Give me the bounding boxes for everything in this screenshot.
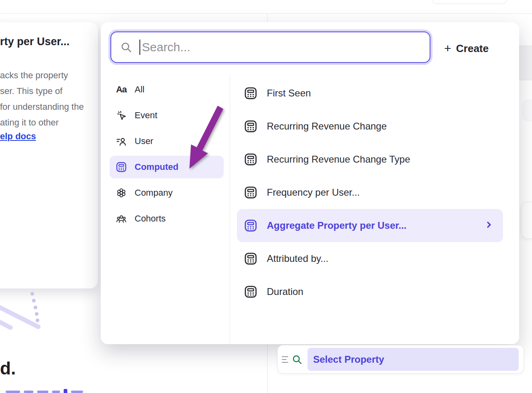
tooltip-body: acks the property ser. This type of for … — [0, 67, 84, 130]
tooltip-body-line: acks the property — [0, 67, 84, 83]
text-aa-icon: Aa — [115, 84, 127, 96]
category-label: All — [135, 84, 144, 95]
tooltip-body-line: ating it to other — [0, 115, 84, 130]
property-label: Attributed by... — [267, 253, 328, 264]
property-label: First Seen — [267, 88, 311, 99]
calculator-icon — [243, 86, 258, 100]
select-property-label: Select Property — [313, 354, 384, 365]
tooltip-title: rty per User... — [0, 36, 70, 48]
clipped-purple-text-fragment — [6, 389, 83, 393]
property-tooltip-card: rty per User... acks the property ser. T… — [0, 22, 98, 288]
category-label: Event — [135, 110, 157, 121]
property-label: Duration — [267, 286, 303, 297]
property-item-attributed-by[interactable]: Attributed by... — [237, 242, 503, 275]
category-label: Computed — [135, 162, 179, 172]
category-label: Cohorts — [135, 213, 166, 224]
property-search-icon — [291, 354, 303, 365]
tooltip-body-line: ser. This type of — [0, 83, 84, 99]
background-vertical-divider-top — [267, 14, 268, 23]
search-field[interactable] — [110, 31, 430, 63]
calculator-icon — [115, 161, 127, 173]
page-header-divider — [0, 13, 532, 14]
property-item-duration[interactable]: Duration — [237, 275, 503, 308]
plus-icon: + — [444, 42, 451, 54]
property-item-frequency-per-user[interactable]: Frequency per User... — [237, 176, 503, 209]
tooltip-body-line: for understanding the — [0, 99, 84, 115]
screen: rty per User... acks the property ser. T… — [0, 0, 532, 393]
category-tab-cohorts[interactable]: Cohorts — [110, 207, 224, 230]
property-label: Recurring Revenue Change — [267, 121, 387, 132]
select-property-button[interactable]: Select Property — [308, 348, 519, 371]
background-card-edge — [523, 100, 532, 121]
category-tab-all[interactable]: Aa All — [110, 78, 224, 101]
calculator-icon — [243, 284, 258, 299]
property-item-aggregate-property-per-user[interactable]: Aggregate Property per User... — [237, 209, 503, 242]
property-item-recurring-revenue-change-type[interactable]: Recurring Revenue Change Type — [237, 143, 503, 176]
category-label: User — [135, 136, 153, 146]
category-label: Company — [135, 188, 172, 198]
background-vertical-divider-bottom — [267, 344, 268, 393]
search-icon — [120, 41, 132, 53]
event-click-icon — [115, 109, 127, 121]
property-item-first-seen[interactable]: First Seen — [237, 77, 503, 110]
company-cluster-icon — [115, 187, 127, 199]
decorative-illustration — [0, 288, 48, 333]
property-label: Frequency per User... — [267, 187, 360, 198]
background-table-header-fragment — [519, 46, 532, 80]
chevron-right-icon — [484, 219, 494, 230]
calculator-icon — [243, 119, 258, 134]
property-selector-modal: + Create Aa All Event — [101, 22, 519, 344]
select-property-row: Select Property — [277, 345, 524, 374]
drag-handle-icon[interactable] — [282, 356, 288, 363]
category-tab-user[interactable]: User — [110, 130, 224, 153]
calculator-icon — [243, 218, 258, 233]
cohorts-people-icon — [115, 213, 127, 225]
category-tab-computed[interactable]: Computed — [110, 156, 224, 178]
clipped-page-heading: d. — [0, 358, 16, 378]
user-icon — [115, 135, 127, 147]
category-tab-event[interactable]: Event — [110, 104, 224, 127]
partial-top-right-button[interactable] — [432, 0, 507, 4]
property-item-recurring-revenue-change[interactable]: Recurring Revenue Change — [237, 110, 503, 143]
calculator-icon — [243, 152, 258, 167]
background-card-edge — [521, 202, 532, 239]
modal-column-divider — [230, 75, 230, 344]
calculator-icon — [243, 251, 258, 266]
create-button-label: Create — [456, 42, 489, 55]
property-label: Recurring Revenue Change Type — [267, 154, 410, 165]
category-tab-company[interactable]: Company — [110, 182, 224, 204]
calculator-icon — [243, 185, 258, 200]
create-button[interactable]: + Create — [444, 40, 488, 57]
help-docs-link[interactable]: elp docs — [0, 131, 36, 142]
property-label: Aggregate Property per User... — [267, 220, 407, 231]
search-input[interactable] — [140, 35, 430, 59]
